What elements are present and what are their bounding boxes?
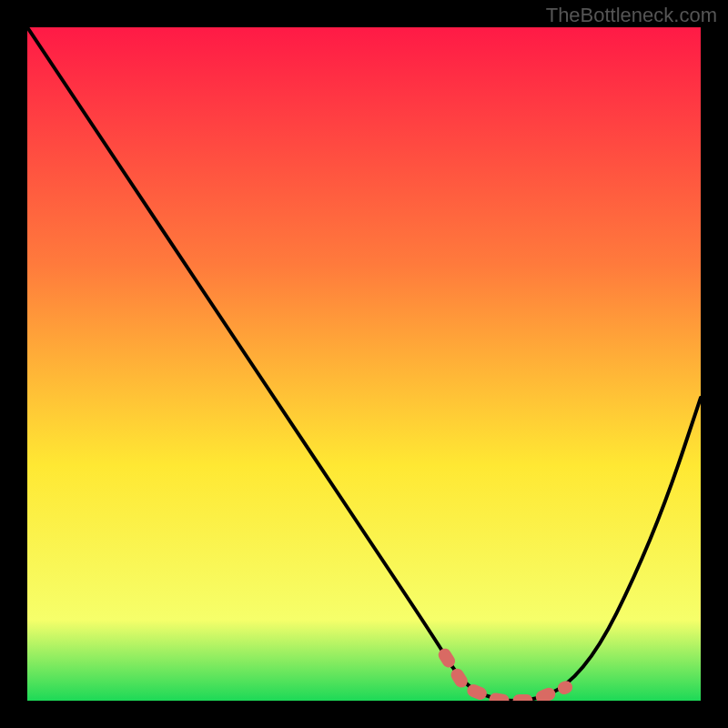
watermark-text: TheBottleneck.com — [546, 4, 717, 27]
gradient-rect — [27, 27, 701, 701]
bottleneck-chart — [27, 27, 701, 701]
chart-background-gradient — [27, 27, 701, 701]
